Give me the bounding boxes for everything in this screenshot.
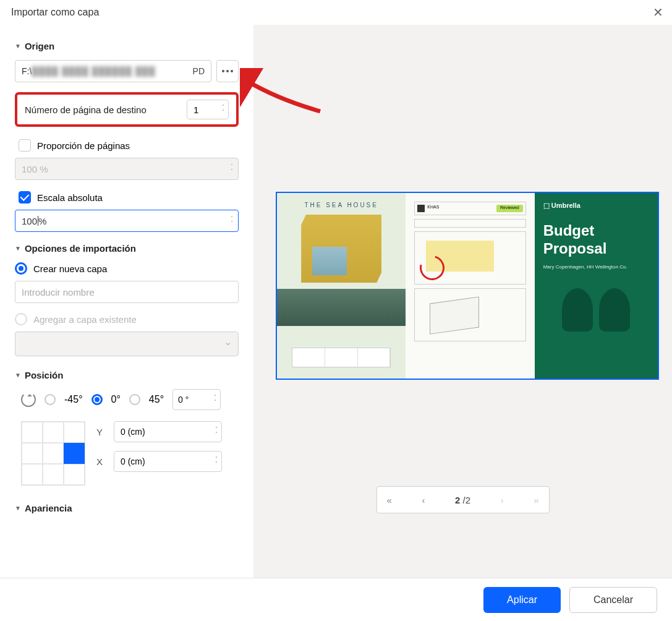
preview-page-1: THE SEA HOUSE (277, 193, 406, 379)
page-ratio-label: Proporción de páginas (37, 140, 130, 151)
layer-name-input[interactable]: Introducir nombre (15, 281, 239, 303)
anchor-cell[interactable] (22, 464, 43, 485)
target-page-label: Número de página de destino (25, 105, 147, 115)
page-ratio-input: 100 % ˄˅ (15, 158, 239, 180)
rotate-icon[interactable] (21, 392, 36, 407)
section-position[interactable]: ▼ Posición (15, 370, 239, 380)
dialog-title: Importar como capa (11, 7, 99, 18)
stepper-icon[interactable]: ˄˅ (222, 105, 224, 114)
x-input[interactable]: 0 (cm)˄˅ (114, 451, 222, 472)
anchor-cell-selected[interactable] (64, 443, 85, 464)
preview-image: THE SEA HOUSE KHASReviewed Umbrella Budg… (276, 192, 659, 380)
y-label: Y (96, 427, 105, 437)
target-page-row: Número de página de destino 1 ˄˅ (15, 92, 239, 127)
anchor-cell[interactable] (43, 422, 64, 443)
y-input[interactable]: 0 (cm)˄˅ (114, 421, 222, 442)
preview-page-2: KHASReviewed (406, 193, 534, 379)
section-import-options[interactable]: ▼ Opciones de importación (15, 243, 239, 254)
existing-layer-label: Agregar a capa existente (33, 314, 137, 325)
chevron-down-icon: ▼ (15, 372, 21, 379)
anchor-cell[interactable] (64, 464, 85, 485)
apply-button[interactable]: Aplicar (483, 587, 561, 613)
existing-layer-radio (15, 313, 27, 325)
first-page-button[interactable]: « (387, 495, 392, 505)
prev-page-button[interactable]: ‹ (422, 495, 425, 505)
chevron-down-icon: ▼ (15, 505, 21, 512)
source-path-input[interactable]: F:\ ████ ████ ██████ ███ PD (15, 60, 211, 82)
cancel-button[interactable]: Cancelar (569, 587, 657, 613)
last-page-button[interactable]: » (534, 495, 538, 505)
chevron-down-icon: ▼ (15, 43, 21, 49)
existing-layer-select (15, 332, 239, 356)
rotate-45-radio[interactable] (129, 394, 140, 405)
anchor-cell[interactable] (22, 422, 43, 443)
anchor-grid[interactable] (21, 421, 85, 486)
rotate-neg45-radio[interactable] (45, 394, 56, 405)
title-bar: Importar como capa ✕ (0, 0, 672, 25)
page-navigator: « ‹ 2 /2 › » (376, 486, 550, 513)
anchor-cell[interactable] (64, 422, 85, 443)
absolute-scale-input[interactable]: 100 % ˄˅ (15, 210, 239, 232)
rotation-input[interactable]: 0 ° ˄˅ (172, 389, 221, 410)
new-layer-radio[interactable] (15, 262, 27, 275)
rotate-0-radio[interactable] (91, 394, 103, 405)
target-page-input[interactable]: 1 ˄˅ (187, 100, 229, 119)
browse-button[interactable] (216, 60, 239, 82)
absolute-scale-checkbox[interactable] (19, 191, 31, 203)
section-appearance[interactable]: ▼ Apariencia (15, 503, 239, 513)
section-origin[interactable]: ▼ Origen (15, 41, 239, 51)
preview-page-3: Umbrella BudgetProposal Mary Copenhagen,… (535, 193, 658, 379)
absolute-scale-label: Escala absoluta (37, 192, 103, 203)
anchor-cell[interactable] (43, 443, 64, 464)
anchor-cell[interactable] (43, 464, 64, 485)
dialog-footer: Aplicar Cancelar (0, 578, 672, 621)
anchor-cell[interactable] (22, 443, 43, 464)
page-ratio-checkbox[interactable] (19, 139, 31, 152)
preview-panel: THE SEA HOUSE KHASReviewed Umbrella Budg… (253, 25, 672, 581)
x-label: X (96, 456, 105, 467)
new-layer-label: Crear nueva capa (33, 263, 107, 274)
page-indicator: 2 /2 (455, 495, 470, 505)
close-icon[interactable]: ✕ (653, 5, 663, 20)
next-page-button[interactable]: › (501, 495, 504, 505)
chevron-down-icon: ▼ (15, 245, 21, 252)
left-panel: ▼ Origen F:\ ████ ████ ██████ ███ PD Núm… (0, 25, 253, 581)
